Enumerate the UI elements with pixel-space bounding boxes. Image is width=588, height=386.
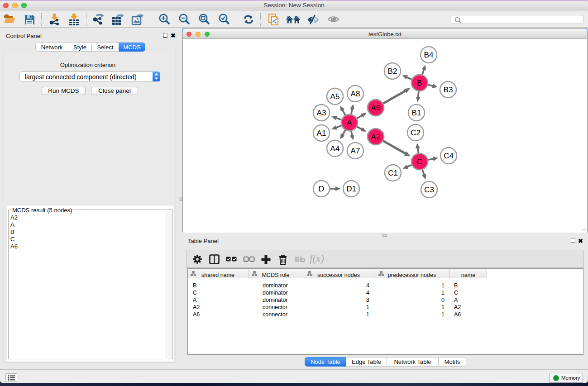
- svg-text:A7: A7: [351, 147, 360, 155]
- svg-text:A: A: [347, 119, 352, 127]
- svg-text:C3: C3: [424, 186, 434, 194]
- svg-text:B4: B4: [424, 51, 434, 59]
- svg-text:A1: A1: [317, 129, 326, 138]
- svg-text:D: D: [319, 185, 324, 193]
- svg-text:C4: C4: [444, 152, 454, 160]
- svg-text:C1: C1: [388, 169, 398, 177]
- svg-text:B: B: [417, 79, 422, 87]
- svg-text:C: C: [417, 157, 422, 166]
- svg-text:A6: A6: [371, 104, 381, 112]
- svg-text:D1: D1: [346, 185, 356, 193]
- svg-text:B2: B2: [388, 67, 397, 76]
- svg-text:A2: A2: [371, 133, 381, 141]
- svg-text:B1: B1: [412, 109, 421, 117]
- svg-text:C2: C2: [411, 129, 421, 137]
- svg-text:A5: A5: [330, 92, 340, 101]
- svg-text:A3: A3: [317, 109, 326, 117]
- svg-text:A8: A8: [351, 90, 360, 98]
- svg-text:B3: B3: [444, 86, 453, 94]
- svg-text:A4: A4: [330, 144, 340, 153]
